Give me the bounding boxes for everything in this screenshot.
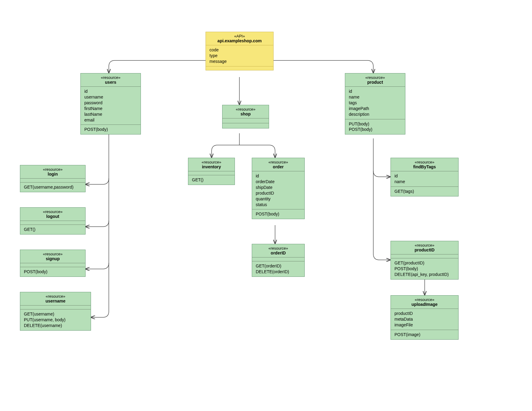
attr: id <box>256 173 301 179</box>
resource-tag: «resource» <box>394 160 455 164</box>
order-attrs: id orderDate shipDate productID quantity… <box>252 171 304 209</box>
attr: imageFile <box>394 322 455 328</box>
api-ops <box>206 66 273 70</box>
uploadimage-ops: POST(image) <box>391 330 458 339</box>
attr: id <box>84 89 137 94</box>
users-attrs: id username password firstName lastName … <box>81 87 141 125</box>
attr: tags <box>349 100 401 106</box>
findbytags-attrs: id name <box>391 171 458 187</box>
product-ops: PUT(body) POST(body) <box>345 119 405 134</box>
login-attrs <box>20 179 85 183</box>
resource-tag: «resource» <box>394 297 455 302</box>
op: GET(orderID) <box>256 263 301 269</box>
attr: message <box>209 59 270 64</box>
username-box: «resource» username GET(username) PUT(us… <box>20 292 91 331</box>
findbytags-header: «resource» findByTags <box>391 158 458 171</box>
resource-tag: «resource» <box>394 243 455 248</box>
box-name: inventory <box>191 164 232 169</box>
api-name: api.exampleshop.com <box>209 38 270 43</box>
signup-box: «resource» signup POST(body) <box>20 250 86 277</box>
attr: productID <box>256 190 301 196</box>
api-header: «API» api.exampleshop.com <box>206 32 273 45</box>
api-box: «API» api.exampleshop.com code type mess… <box>206 32 274 70</box>
signup-attrs <box>20 263 85 267</box>
users-ops: POST(body) <box>81 125 141 134</box>
attr: lastName <box>84 112 137 117</box>
uploadimage-attrs: productID metaData imageFile <box>391 309 458 330</box>
resource-tag: «resource» <box>191 160 232 164</box>
order-box: «resource» order id orderDate shipDate p… <box>252 158 305 219</box>
box-name: productID <box>394 248 455 252</box>
login-box: «resource» login GET(username,password) <box>20 165 86 192</box>
productid-box: «resource» productID GET(productID) POST… <box>391 241 459 280</box>
orderid-box: «resource» orderID GET(orderID) DELETE(o… <box>252 244 305 277</box>
box-name: orderID <box>255 251 301 255</box>
login-ops: GET(username,password) <box>20 183 85 192</box>
box-name: product <box>348 80 402 85</box>
product-header: «resource» product <box>345 73 405 87</box>
logout-attrs <box>20 221 85 225</box>
shop-box: «resource» shop <box>222 105 269 128</box>
signup-ops: POST(body) <box>20 267 85 277</box>
resource-tag: «resource» <box>255 246 301 251</box>
attr: name <box>394 179 455 185</box>
logout-ops: GET() <box>20 225 85 234</box>
productid-header: «resource» productID <box>391 241 458 254</box>
attr: firstName <box>84 106 137 112</box>
orderid-header: «resource» orderID <box>252 244 304 257</box>
username-attrs <box>20 306 91 309</box>
inventory-box: «resource» inventory GET() <box>188 158 235 185</box>
op: POST(image) <box>394 332 455 338</box>
box-name: order <box>255 164 301 169</box>
username-header: «resource» username <box>20 292 91 306</box>
op: POST(body) <box>24 269 82 275</box>
logout-box: «resource» logout GET() <box>20 207 86 235</box>
orderid-ops: GET(orderID) DELETE(orderID) <box>252 261 304 277</box>
attr: quantity <box>256 196 301 202</box>
op: PUT(body) <box>349 121 401 127</box>
shop-ops <box>222 123 269 128</box>
inventory-attrs <box>188 171 235 175</box>
resource-tag: «resource» <box>23 209 82 214</box>
box-name: username <box>23 299 88 303</box>
op: DELETE(orderID) <box>256 269 301 275</box>
op: POST(body) <box>84 127 137 132</box>
shop-header: «resource» shop <box>222 105 269 118</box>
resource-tag: «resource» <box>84 75 138 80</box>
resource-tag: «resource» <box>23 252 82 256</box>
box-name: logout <box>23 214 82 219</box>
box-name: signup <box>23 256 82 261</box>
attr: type <box>209 53 270 59</box>
product-box: «resource» product id name tags imagePat… <box>345 73 405 134</box>
attr: password <box>84 100 137 106</box>
productid-attrs <box>391 254 458 258</box>
op: GET(username) <box>24 311 87 317</box>
productid-ops: GET(productID) POST(body) DELETE(api_key… <box>391 258 458 279</box>
attr: metaData <box>394 316 455 322</box>
attr: status <box>256 202 301 208</box>
users-box: «resource» users id username password fi… <box>80 73 141 134</box>
box-name: findByTags <box>394 164 455 169</box>
order-header: «resource» order <box>252 158 304 171</box>
inventory-header: «resource» inventory <box>188 158 235 171</box>
order-ops: POST(body) <box>252 209 304 219</box>
resource-tag: «resource» <box>23 167 82 172</box>
op: POST(body) <box>394 266 455 272</box>
findbytags-ops: GET(tags) <box>391 187 458 196</box>
op: GET() <box>24 227 82 232</box>
orderid-attrs <box>252 257 304 261</box>
box-name: uploadImage <box>394 302 455 307</box>
uploadimage-box: «resource» uploadImage productID metaDat… <box>391 295 459 340</box>
shop-attrs <box>222 118 269 123</box>
attr: email <box>84 117 137 123</box>
resource-tag: «resource» <box>255 160 301 164</box>
username-ops: GET(username) PUT(username, body) DELETE… <box>20 309 91 330</box>
diagram-canvas: «API» api.exampleshop.com code type mess… <box>0 0 532 411</box>
op: POST(body) <box>256 211 301 217</box>
op: DELETE(api_key, productID) <box>394 272 455 277</box>
op: GET(username,password) <box>24 184 82 190</box>
api-attrs: code type message <box>206 45 273 66</box>
op: POST(body) <box>349 127 401 132</box>
op: DELETE(username) <box>24 323 87 328</box>
box-name: shop <box>225 112 266 116</box>
